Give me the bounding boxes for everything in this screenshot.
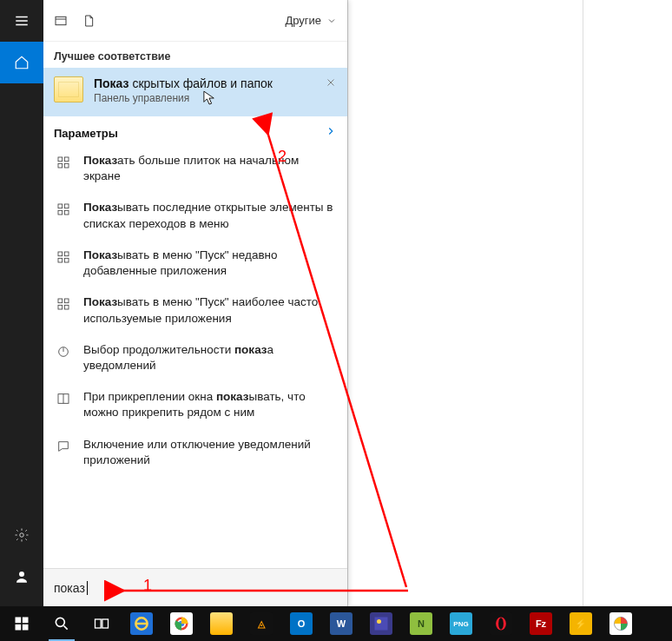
svg-rect-24 [23, 624, 29, 631]
svg-point-25 [56, 618, 64, 626]
power-icon [56, 344, 71, 360]
taskbar-search-icon[interactable] [42, 606, 82, 641]
close-icon[interactable] [325, 76, 339, 90]
tiles-icon [56, 296, 71, 312]
svg-rect-15 [58, 299, 63, 303]
chevron-right-icon[interactable] [325, 125, 337, 141]
svg-rect-21 [16, 618, 22, 624]
parameters-label: Параметры [54, 127, 118, 140]
result-item[interactable]: Показать больше плиток на начальном экра… [43, 146, 347, 193]
svg-rect-11 [58, 252, 63, 256]
chrome-app[interactable] [161, 606, 201, 641]
svg-rect-26 [96, 619, 102, 628]
tiles-icon [56, 249, 71, 265]
result-item[interactable]: Показывать последние открытые элементы в… [43, 193, 347, 240]
png-app[interactable]: PNG [441, 606, 481, 641]
svg-rect-7 [58, 204, 63, 208]
svg-rect-18 [64, 306, 69, 310]
svg-rect-4 [64, 157, 69, 162]
notepadpp-app[interactable]: N [401, 606, 441, 641]
svg-point-0 [20, 533, 24, 538]
best-match-subtitle: Панель управления [94, 92, 337, 104]
search-panel: Другие Лучшее соответствие Показ скрытых… [43, 0, 347, 606]
word-app[interactable]: W [321, 606, 361, 641]
result-text: Показывать в меню "Пуск" недавно добавле… [83, 248, 335, 279]
filter-dropdown[interactable]: Другие [285, 14, 337, 27]
explorer-app[interactable] [201, 606, 241, 641]
svg-rect-8 [64, 204, 69, 208]
result-text: Выбор продолжительности показа уведомлен… [83, 342, 335, 373]
svg-rect-31 [375, 618, 388, 631]
start-rail [0, 0, 43, 606]
amp-app[interactable]: ⚡ [561, 606, 601, 641]
task-view-icon[interactable] [82, 606, 122, 641]
hamburger-icon[interactable] [0, 0, 43, 42]
result-text: Показывать последние открытые элементы в… [83, 200, 335, 231]
home-icon[interactable] [0, 42, 43, 83]
chat-icon [56, 439, 71, 454]
filezilla-app[interactable]: Fz [521, 606, 561, 641]
svg-rect-2 [56, 17, 66, 24]
settings-icon[interactable] [0, 514, 43, 556]
desktop-background [347, 0, 672, 606]
ie-app[interactable] [122, 606, 161, 641]
result-text: При прикреплении окна показывать, что мо… [83, 389, 335, 420]
svg-point-32 [377, 619, 381, 624]
paintnet-app[interactable] [361, 606, 401, 641]
start-button[interactable] [2, 606, 42, 641]
documents-filter-icon[interactable] [82, 14, 96, 28]
result-text: Показывать в меню "Пуск" наиболее часто … [83, 294, 335, 326]
best-match-item[interactable]: Показ скрытых файлов и папок Панель упра… [43, 68, 347, 116]
best-match-label: Лучшее соответствие [43, 42, 347, 68]
svg-rect-3 [58, 157, 63, 162]
best-match-title: Показ скрытых файлов и папок [94, 76, 337, 90]
result-text: Показать больше плиток на начальном экра… [83, 153, 335, 184]
svg-rect-13 [58, 258, 63, 262]
panel-header: Другие [43, 0, 347, 42]
svg-rect-27 [102, 619, 109, 628]
svg-rect-22 [23, 618, 29, 624]
svg-point-34 [498, 618, 504, 629]
results-list: Показать больше плиток на начальном экра… [43, 146, 347, 568]
outlook-app[interactable]: O [281, 606, 321, 641]
svg-rect-14 [64, 258, 69, 262]
search-input-text: показ [54, 581, 85, 595]
svg-rect-9 [58, 211, 63, 215]
svg-rect-23 [16, 624, 22, 631]
user-icon[interactable] [0, 556, 43, 598]
svg-rect-16 [64, 299, 69, 303]
svg-rect-12 [64, 252, 69, 256]
text-caret [87, 581, 88, 595]
folder-icon [54, 76, 83, 102]
svg-point-1 [19, 572, 24, 577]
opera-app[interactable] [481, 606, 521, 641]
apps-filter-icon[interactable] [54, 14, 68, 28]
tiles-icon [56, 202, 71, 217]
chevron-down-icon [326, 16, 337, 26]
svg-rect-5 [58, 163, 63, 168]
svg-rect-17 [58, 306, 63, 310]
filter-label: Другие [285, 14, 321, 27]
result-item[interactable]: При прикреплении окна показывать, что мо… [43, 382, 347, 429]
tiles-icon [56, 155, 71, 170]
parameters-header: Параметры [43, 116, 347, 146]
taskbar: ◬ O W N PNG Fz ⚡ [0, 606, 672, 641]
result-item[interactable]: Выбор продолжительности показа уведомлен… [43, 335, 347, 382]
result-text: Включение или отключение уведомлений при… [83, 437, 335, 468]
result-item[interactable]: Показывать в меню "Пуск" недавно добавле… [43, 241, 347, 287]
result-item[interactable]: Показывать в меню "Пуск" наиболее часто … [43, 287, 347, 334]
svg-rect-10 [64, 211, 69, 215]
cursor-icon [203, 90, 215, 106]
snap-icon [56, 391, 71, 406]
result-item[interactable]: Включение или отключение уведомлений при… [43, 430, 347, 477]
aimp-app[interactable]: ◬ [241, 606, 281, 641]
svg-rect-6 [64, 163, 69, 168]
picasa-app[interactable] [601, 606, 641, 641]
search-box[interactable]: показ [43, 568, 347, 606]
